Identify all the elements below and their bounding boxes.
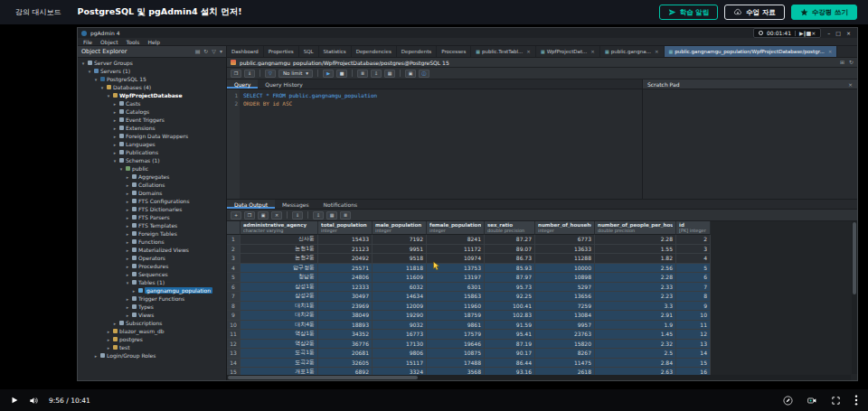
- paste-icon[interactable]: ▣: [258, 211, 269, 220]
- 수업-자료-button[interactable]: 수업 자료: [724, 5, 785, 20]
- data-cell[interactable]: 10898: [535, 273, 595, 283]
- data-cell[interactable]: 14: [676, 349, 711, 359]
- caret-icon[interactable]: ▸: [125, 256, 130, 261]
- column-header-id[interactable]: id[PK] integer: [676, 221, 711, 235]
- data-cell[interactable]: 6773: [535, 235, 595, 245]
- data-cell[interactable]: 7: [676, 283, 711, 293]
- data-cell[interactable]: 1.82: [595, 254, 676, 264]
- row-number-cell[interactable]: 3: [227, 254, 241, 264]
- tab-processes[interactable]: Processes: [437, 46, 471, 57]
- caret-icon[interactable]: ▸: [112, 134, 118, 139]
- caret-icon[interactable]: ▸: [112, 142, 118, 147]
- caret-icon[interactable]: ▸: [112, 126, 118, 131]
- data-cell[interactable]: 1.9: [595, 321, 676, 331]
- data-cell[interactable]: 10875: [427, 349, 485, 359]
- limit-select[interactable]: No limit▾: [278, 70, 313, 78]
- tab-dashboard[interactable]: Dashboard: [227, 46, 264, 57]
- data-cell[interactable]: 86.73: [485, 254, 535, 264]
- data-cell[interactable]: 2.32: [595, 340, 676, 350]
- data-cell[interactable]: 삼성2동: [241, 292, 318, 302]
- tree-item-operators[interactable]: ▸Operators: [78, 254, 226, 262]
- close-icon[interactable]: ×: [828, 49, 833, 54]
- data-cell[interactable]: 9957: [535, 321, 595, 331]
- data-cell[interactable]: 3: [676, 245, 711, 255]
- caret-icon[interactable]: ▸: [112, 321, 118, 326]
- data-cell[interactable]: 13: [676, 340, 711, 350]
- data-cell[interactable]: 15433: [318, 235, 373, 245]
- data-cell[interactable]: 7259: [535, 302, 595, 312]
- tab-statistics[interactable]: Statistics: [319, 46, 352, 57]
- data-cell[interactable]: 18893: [318, 321, 373, 331]
- explain-icon[interactable]: ≣: [357, 70, 368, 78]
- close-icon[interactable]: ×: [655, 49, 659, 54]
- data-cell[interactable]: 20681: [318, 349, 373, 359]
- more-icon[interactable]: [854, 395, 858, 406]
- data-cell[interactable]: 91.59: [485, 321, 535, 331]
- data-cell[interactable]: 85.93: [485, 264, 535, 274]
- data-cell[interactable]: 2: [676, 235, 711, 245]
- dashboard-link[interactable]: 강의 대시보드: [11, 7, 61, 17]
- tree-item-schemas-1[interactable]: ▾Schemas (1): [78, 156, 226, 164]
- delete-row-icon[interactable]: ✕: [271, 211, 282, 220]
- data-cell[interactable]: 16773: [373, 330, 427, 340]
- data-cell[interactable]: 9032: [373, 321, 427, 331]
- caret-icon[interactable]: ▸: [125, 272, 130, 277]
- tab-sql[interactable]: SQL: [299, 46, 319, 57]
- data-cell[interactable]: 11609: [373, 273, 427, 283]
- data-cell[interactable]: 23969: [318, 302, 373, 312]
- data-cell[interactable]: 15863: [427, 292, 485, 302]
- caret-icon[interactable]: ▸: [93, 353, 99, 359]
- data-cell[interactable]: 13084: [535, 311, 595, 321]
- tree-item-postgres[interactable]: ▸postgres: [78, 335, 226, 343]
- data-cell[interactable]: 15117: [373, 359, 427, 369]
- data-cell[interactable]: 12: [676, 330, 711, 340]
- data-cell[interactable]: 신사동: [241, 235, 318, 245]
- data-cell[interactable]: 2.28: [595, 235, 676, 245]
- tree-item-materialized-views[interactable]: ▸Materialized Views: [78, 246, 226, 254]
- scrollbar-thumb[interactable]: [228, 376, 418, 379]
- refresh-icon[interactable]: ↻: [203, 49, 208, 54]
- close-icon[interactable]: ×: [846, 31, 851, 36]
- caret-icon[interactable]: ▸: [125, 223, 130, 229]
- data-cell[interactable]: 6: [676, 273, 711, 283]
- data-cell[interactable]: 19290: [373, 311, 427, 321]
- tree-item-foreign-data-wrappers[interactable]: ▸Foreign Data Wrappers: [78, 132, 226, 140]
- horizontal-scrollbar[interactable]: [227, 375, 851, 380]
- add-row-icon[interactable]: +: [231, 211, 241, 220]
- maximize-icon[interactable]: □: [835, 31, 841, 36]
- minimize-icon[interactable]: –: [827, 31, 830, 36]
- data-cell[interactable]: 24806: [318, 273, 373, 283]
- row-number-cell[interactable]: 11: [227, 330, 241, 340]
- tree-item-procedures[interactable]: ▸Procedures: [78, 262, 226, 270]
- data-cell[interactable]: 87.27: [485, 235, 535, 245]
- data-cell[interactable]: 90.17: [485, 349, 535, 359]
- data-cell[interactable]: 10000: [535, 264, 595, 274]
- caret-icon[interactable]: ▸: [125, 264, 130, 269]
- caret-icon[interactable]: ▾: [93, 77, 99, 82]
- row-number-cell[interactable]: 6: [227, 283, 241, 293]
- menu-help[interactable]: Help: [147, 39, 160, 45]
- row-number-cell[interactable]: 5: [227, 273, 241, 283]
- data-cell[interactable]: 8241: [427, 235, 485, 245]
- data-cell[interactable]: 102.83: [485, 311, 535, 321]
- caret-icon[interactable]: ▸: [112, 101, 118, 107]
- caret-icon[interactable]: ▸: [125, 174, 130, 180]
- data-cell[interactable]: 2.91: [595, 311, 676, 321]
- data-cell[interactable]: 논현2동: [241, 254, 318, 264]
- data-cell[interactable]: 2.28: [595, 273, 676, 283]
- row-number-cell[interactable]: 7: [227, 292, 241, 302]
- caret-icon[interactable]: ▸: [106, 337, 111, 342]
- copy-icon[interactable]: ❐: [244, 211, 255, 220]
- data-cell[interactable]: 100.41: [485, 302, 535, 312]
- sql-editor[interactable]: 12 SELECT * FROM public.gangnamgu_popula…: [227, 89, 642, 199]
- data-cell[interactable]: 역삼2동: [241, 340, 318, 350]
- scrollbar-thumb[interactable]: [853, 222, 856, 294]
- volume-icon[interactable]: [29, 396, 39, 406]
- sql-icon[interactable]: ≣: [340, 211, 351, 220]
- caret-icon[interactable]: ▸: [125, 182, 130, 188]
- data-cell[interactable]: 20492: [318, 254, 373, 264]
- data-cell[interactable]: 2.5: [595, 349, 676, 359]
- data-cell[interactable]: 6301: [427, 283, 485, 293]
- row-number-cell[interactable]: 2: [227, 245, 241, 255]
- data-cell[interactable]: 12333: [318, 283, 373, 293]
